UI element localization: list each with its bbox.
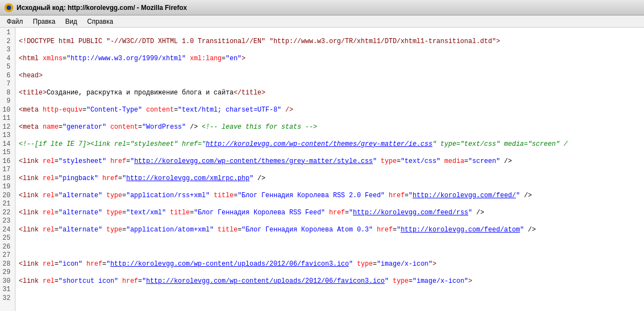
line-12: <link rel="alternate" type="application/… — [19, 226, 641, 235]
line-7: <!--[if lte IE 7]><link rel="stylesheet"… — [19, 140, 641, 149]
menu-file[interactable]: Файл — [2, 17, 28, 27]
line-13 — [19, 243, 641, 252]
line-14: <link rel="icon" href="http://korolevgg.… — [19, 260, 641, 269]
line-5: <meta http-equiv="Content-Type" content=… — [19, 106, 641, 115]
menu-edit[interactable]: Правка — [29, 17, 60, 27]
line-1: <!DOCTYPE html PUBLIC "-//W3C//DTD XHTML… — [19, 38, 641, 46]
line-numbers: 1 2 3 4 5 6 7 8 9 10 11 12 13 14 15 16 1… — [0, 28, 15, 311]
line-2: <html xmlns="http://www.w3.org/1999/xhtm… — [19, 55, 641, 64]
line-3: <head> — [19, 72, 641, 81]
line-10: <link rel="alternate" type="application/… — [19, 192, 641, 201]
menu-bar: Файл Правка Вид Справка — [0, 15, 644, 28]
window-title: Исходный код: http://korolevgg.com/ - Mo… — [17, 4, 187, 12]
code-view[interactable]: <!DOCTYPE html PUBLIC "-//W3C//DTD XHTML… — [15, 28, 644, 311]
line-16 — [19, 294, 641, 303]
line-8: <link rel="stylesheet" href="http://koro… — [19, 157, 641, 166]
line-11: <link rel="alternate" type="text/xml" ti… — [19, 209, 641, 218]
firefox-icon — [4, 3, 13, 12]
menu-view[interactable]: Вид — [61, 17, 82, 27]
line-4: <title>Создание, раскрутка и продвижение… — [19, 89, 641, 98]
svg-point-1 — [7, 6, 11, 10]
code-container: 1 2 3 4 5 6 7 8 9 10 11 12 13 14 15 16 1… — [0, 28, 644, 311]
title-bar: Исходный код: http://korolevgg.com/ - Mo… — [0, 0, 644, 15]
line-15: <link rel="shortcut icon" href="http://k… — [19, 277, 641, 286]
line-9: <link rel="pingback" href="http://korole… — [19, 175, 641, 183]
line-6: <meta name="generator" content="WordPres… — [19, 123, 641, 132]
menu-help[interactable]: Справка — [83, 17, 118, 27]
